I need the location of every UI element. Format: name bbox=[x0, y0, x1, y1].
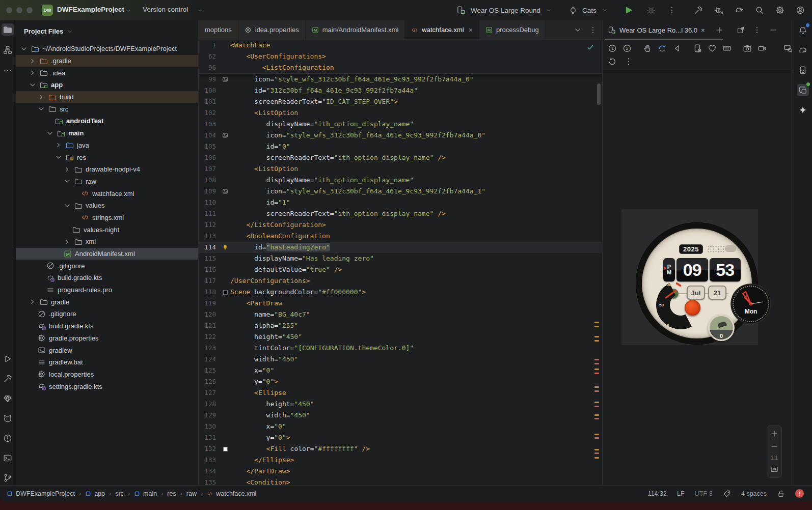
zoom-out-button[interactable] bbox=[770, 442, 778, 450]
code-line-109[interactable]: 109icon="style_wfs_312c30bf_f64a_461e_9c… bbox=[199, 186, 602, 197]
heart-icon[interactable] bbox=[708, 44, 717, 53]
color-swatch-black[interactable] bbox=[223, 290, 228, 295]
error-stripe-mark[interactable] bbox=[594, 414, 599, 416]
code-line-100[interactable]: 100id="312c30bf_f64a_461e_9c93_992f2fb7a… bbox=[199, 85, 602, 96]
code-line-126[interactable]: 126y="0"> bbox=[199, 376, 602, 387]
error-stripe-mark[interactable] bbox=[594, 434, 599, 435]
error-stripe-mark[interactable] bbox=[594, 437, 599, 439]
error-stripe-mark[interactable] bbox=[594, 340, 599, 342]
close-icon[interactable]: × bbox=[469, 26, 473, 34]
code-line-123[interactable]: 123tintColor="[CONFIGURATION.themeColor.… bbox=[199, 343, 602, 354]
build-hammer-icon[interactable] bbox=[694, 6, 703, 15]
code-line-128[interactable]: 128height="450" bbox=[199, 399, 602, 410]
reset-icon[interactable] bbox=[608, 57, 617, 66]
tree-item--gradle[interactable]: .gradle bbox=[16, 55, 199, 67]
chevron-down-icon[interactable] bbox=[37, 105, 45, 113]
tab-list-chevron-icon[interactable] bbox=[574, 26, 582, 34]
code-line-121[interactable]: 121alpha="255" bbox=[199, 320, 602, 331]
color-swatch-white[interactable] bbox=[223, 447, 228, 451]
project-selector[interactable]: DWFExampleProject bbox=[57, 6, 124, 13]
line-ending[interactable]: LF bbox=[677, 490, 685, 497]
code-line-131[interactable]: 131y="0"> bbox=[199, 432, 602, 443]
open-in-window-icon[interactable] bbox=[737, 26, 745, 34]
code-line-113[interactable]: 113<BooleanConfiguration bbox=[199, 231, 602, 242]
intention-bulb-icon[interactable] bbox=[222, 244, 228, 250]
keyboard-icon[interactable] bbox=[722, 44, 732, 53]
editor-tab-moptions[interactable]: moptions bbox=[199, 20, 238, 39]
code-line-62[interactable]: 62<UserConfigurations> bbox=[199, 51, 602, 62]
tree-item-build[interactable]: build bbox=[16, 91, 199, 103]
project-folder-tool-button[interactable] bbox=[2, 23, 14, 36]
hide-panel-icon[interactable] bbox=[769, 26, 777, 34]
device-selector-icon[interactable] bbox=[456, 6, 466, 15]
code-line-116[interactable]: 116defaultValue="true" /> bbox=[199, 264, 602, 275]
run-config-selector[interactable]: Cats bbox=[582, 7, 597, 14]
error-stripe-mark[interactable] bbox=[594, 418, 599, 419]
settings-icon[interactable] bbox=[775, 6, 784, 15]
chevron-right-icon[interactable] bbox=[55, 141, 63, 149]
editor-scrollbar[interactable] bbox=[597, 83, 601, 105]
chevron-down-icon[interactable] bbox=[63, 177, 71, 185]
tree-item-build-gradle-kts[interactable]: Kbuild.gradle.kts bbox=[16, 272, 199, 284]
error-stripe-mark[interactable] bbox=[594, 369, 599, 370]
zoom-fit-button[interactable] bbox=[770, 465, 778, 473]
code-line-99[interactable]: 99icon="style_wfs_312c30bf_f64a_461e_9c9… bbox=[199, 74, 602, 85]
code-line-106[interactable]: 106screenReaderText="ith_option_display_… bbox=[199, 152, 602, 163]
terminal-tool-button[interactable] bbox=[2, 452, 14, 464]
tree-item-gradle[interactable]: gradle bbox=[16, 296, 199, 308]
device-manager-tool-button[interactable] bbox=[797, 64, 809, 76]
error-stripe-mark[interactable] bbox=[594, 402, 599, 403]
code-editor[interactable]: 1<WatchFace62<UserConfigurations>96<List… bbox=[199, 40, 602, 485]
one-circle-icon[interactable]: 1 bbox=[608, 44, 617, 53]
zoom-in-button[interactable] bbox=[770, 430, 778, 438]
code-line-133[interactable]: 133</Ellipse> bbox=[199, 455, 602, 466]
code-line-117[interactable]: 117/UserConfigurations> bbox=[199, 275, 602, 287]
search-icon[interactable] bbox=[755, 6, 764, 15]
tree-item-src[interactable]: src bbox=[16, 103, 199, 115]
panel-options-icon[interactable] bbox=[753, 26, 761, 34]
tree-item-proguard-rules-pro[interactable]: proguard-rules.pro bbox=[16, 284, 199, 296]
chevron-right-icon[interactable] bbox=[29, 57, 37, 65]
breadcrumb-res[interactable]: res bbox=[167, 490, 176, 497]
code-line-129[interactable]: 129width="450" bbox=[199, 410, 602, 421]
rotate-icon[interactable] bbox=[658, 44, 667, 53]
code-line-102[interactable]: 102<ListOption bbox=[199, 107, 602, 119]
code-line-112[interactable]: 112</ListConfiguration> bbox=[199, 219, 602, 231]
more-actions-icon[interactable] bbox=[668, 6, 676, 14]
error-stripe-mark[interactable] bbox=[594, 449, 599, 450]
run-play-tool-button[interactable] bbox=[2, 353, 14, 365]
indent-setting[interactable]: 4 spaces bbox=[741, 490, 767, 497]
vcs-menu[interactable]: Version control bbox=[143, 6, 188, 13]
code-line-125[interactable]: 125x="0" bbox=[199, 365, 602, 376]
build-hammer-tool-button[interactable] bbox=[2, 373, 14, 385]
palm-icon[interactable] bbox=[643, 44, 652, 53]
aqi-gem-tool-button[interactable] bbox=[2, 392, 14, 405]
tree-item-java[interactable]: java bbox=[16, 139, 199, 152]
code-line-104[interactable]: 104icon="style_wfs_312c30bf_f64a_461e_9c… bbox=[199, 130, 602, 141]
code-line-110[interactable]: 110id="1" bbox=[199, 197, 602, 208]
tree-item-values[interactable]: values bbox=[16, 200, 199, 212]
tree-item--gitignore[interactable]: .gitignore bbox=[16, 260, 199, 272]
kebab-icon[interactable] bbox=[624, 57, 633, 66]
tree-item-app[interactable]: app bbox=[16, 79, 199, 91]
error-stripe-mark[interactable] bbox=[594, 457, 599, 459]
two-circle-icon[interactable]: 2 bbox=[622, 44, 632, 53]
profiler-icon[interactable] bbox=[714, 6, 723, 15]
chevron-right-icon[interactable] bbox=[37, 93, 45, 101]
error-stripe-mark[interactable] bbox=[594, 452, 599, 454]
editor-tab-main-androidmanifest-xml[interactable]: Mmain/AndroidManifest.xml bbox=[306, 20, 405, 39]
code-line-111[interactable]: 111screenReaderText="ith_option_display_… bbox=[199, 208, 602, 219]
run-button[interactable] bbox=[624, 6, 633, 15]
tree-item-build-gradle-kts[interactable]: Kbuild.gradle.kts bbox=[16, 320, 199, 332]
tree-item-gradle-properties[interactable]: gradle.properties bbox=[16, 332, 199, 345]
structure-tool-button[interactable] bbox=[2, 44, 14, 56]
code-line-124[interactable]: 124width="450" bbox=[199, 354, 602, 365]
breadcrumb-dwfexampleproject[interactable]: DWFExampleProject bbox=[7, 490, 75, 497]
inspection-ok-icon[interactable] bbox=[587, 44, 594, 51]
drawable-preview-icon[interactable] bbox=[222, 76, 228, 82]
chevron-right-icon[interactable] bbox=[63, 165, 71, 174]
code-line-122[interactable]: 122height="450" bbox=[199, 331, 602, 343]
add-device-tab-icon[interactable] bbox=[715, 26, 723, 34]
window-minimize-button[interactable] bbox=[16, 7, 22, 13]
code-line-127[interactable]: 127<Ellipse bbox=[199, 387, 602, 399]
